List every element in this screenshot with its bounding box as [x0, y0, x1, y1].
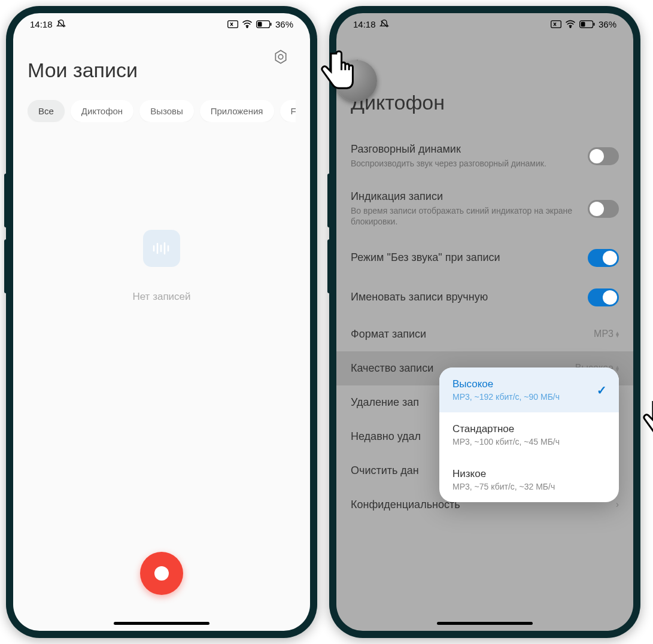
updown-icon: ▴▾ [616, 365, 619, 371]
dnd-icon [379, 19, 389, 29]
chevron-right-icon: › [616, 499, 619, 510]
sim-icon [551, 20, 561, 28]
row-silent-title: Режим "Без звука" при записи [351, 251, 588, 264]
back-button[interactable] [351, 59, 367, 73]
volume-up-button[interactable] [327, 174, 330, 227]
tab-all[interactable]: Все [28, 100, 65, 122]
empty-text: Нет записей [132, 291, 190, 303]
row-silent[interactable]: Режим "Без звука" при записи [351, 238, 619, 278]
tab-calls[interactable]: Вызовы [139, 100, 194, 122]
row-indicator-sub: Во время записи отображать синий индикат… [351, 205, 588, 227]
toggle-speaker[interactable] [588, 147, 619, 165]
row-indicator-title: Индикация записи [351, 190, 588, 203]
row-format-title: Формат записи [351, 328, 594, 341]
battery-icon [579, 20, 595, 28]
row-manual-title: Именовать записи вручную [351, 291, 588, 303]
toggle-manual[interactable] [588, 288, 619, 306]
waveform-icon [143, 230, 180, 267]
svg-rect-0 [228, 20, 238, 28]
volume-down-button[interactable] [327, 239, 330, 293]
popup-high-sub: MP3, ~192 кбит/с, ~90 МБ/ч [452, 392, 606, 402]
toggle-silent[interactable] [588, 249, 619, 267]
row-speaker[interactable]: Разговорный динамик Воспроизводить звук … [351, 132, 619, 180]
tab-recorder[interactable]: Диктофон [71, 100, 133, 122]
battery-icon [256, 20, 272, 28]
status-time: 14:18 [30, 19, 53, 29]
svg-rect-12 [551, 20, 561, 28]
row-format-value: MP3 [594, 329, 613, 339]
popup-option-low[interactable]: Низкое MP3, ~75 кбит/с, ~32 МБ/ч [439, 457, 619, 502]
status-time: 14:18 [353, 19, 376, 29]
row-speaker-title: Разговорный динамик [351, 143, 588, 156]
popup-low-sub: MP3, ~75 кбит/с, ~32 МБ/ч [452, 482, 606, 491]
battery-percent: 36% [599, 19, 616, 29]
quality-popup: Высокое MP3, ~192 кбит/с, ~90 МБ/ч ✓ Ста… [439, 367, 619, 502]
popup-option-high[interactable]: Высокое MP3, ~192 кбит/с, ~90 МБ/ч ✓ [439, 367, 619, 412]
status-bar: 14:18 36% [13, 13, 310, 35]
screen-right: 14:18 36% Диктофон Разговорный динамик В… [336, 13, 633, 631]
page-title: Мои записи [28, 59, 296, 82]
popup-standard-title: Стандартное [452, 423, 606, 435]
svg-rect-3 [257, 22, 262, 26]
volume-down-button[interactable] [4, 239, 7, 293]
volume-up-button[interactable] [4, 174, 7, 227]
record-button[interactable] [140, 552, 183, 595]
row-speaker-sub: Воспроизводить звук через разговорный ди… [351, 158, 588, 169]
home-indicator[interactable] [114, 622, 209, 625]
toggle-indicator[interactable] [588, 200, 619, 218]
dnd-icon [56, 19, 66, 29]
tab-apps[interactable]: Приложения [200, 100, 274, 122]
popup-standard-sub: MP3, ~100 кбит/с, ~45 МБ/ч [452, 437, 606, 446]
tab-fm[interactable]: FM [280, 100, 296, 122]
sim-icon [227, 20, 238, 28]
settings-icon[interactable] [273, 49, 288, 67]
row-format[interactable]: Формат записи MP3 ▴▾ [351, 317, 619, 351]
status-bar: 14:18 36% [336, 13, 633, 35]
svg-marker-5 [275, 50, 286, 63]
wifi-icon [242, 20, 253, 28]
phone-left: 14:18 36% Мои записи Все Диктофон Вызовы… [6, 6, 317, 638]
popup-high-title: Высокое [452, 378, 606, 390]
svg-rect-16 [593, 23, 594, 26]
popup-option-standard[interactable]: Стандартное MP3, ~100 кбит/с, ~45 МБ/ч [439, 412, 619, 457]
screen-left: 14:18 36% Мои записи Все Диктофон Вызовы… [13, 13, 310, 631]
wifi-icon [565, 20, 576, 28]
row-manual[interactable]: Именовать записи вручную [351, 278, 619, 317]
home-indicator[interactable] [437, 622, 533, 625]
empty-state: Нет записей [28, 230, 296, 303]
updown-icon: ▴▾ [616, 331, 619, 337]
battery-percent: 36% [275, 19, 293, 29]
filter-tabs: Все Диктофон Вызовы Приложения FM [28, 100, 296, 122]
phone-right: 14:18 36% Диктофон Разговорный динамик В… [329, 6, 640, 638]
page-title: Диктофон [351, 91, 619, 114]
svg-point-1 [247, 26, 248, 28]
svg-rect-4 [270, 23, 271, 26]
row-indicator[interactable]: Индикация записи Во время записи отображ… [351, 180, 619, 238]
svg-point-6 [278, 54, 283, 59]
check-icon: ✓ [597, 383, 607, 397]
popup-low-title: Низкое [452, 468, 606, 480]
svg-rect-15 [581, 22, 585, 26]
svg-point-13 [570, 26, 571, 28]
